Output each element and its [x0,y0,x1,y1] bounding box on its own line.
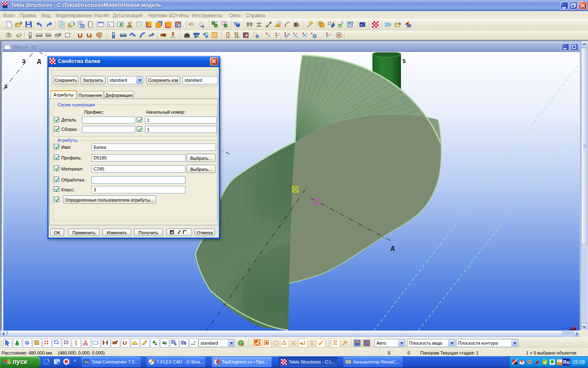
svg-text:5: 5 [403,58,405,64]
svg-text:З: З [4,83,7,90]
svg-text:Д: Д [37,58,41,64]
svg-text:?: ? [233,21,236,26]
svg-text:Д: Д [391,245,395,251]
svg-text:TC: TC [85,360,89,364]
svg-text:З: З [22,58,25,64]
